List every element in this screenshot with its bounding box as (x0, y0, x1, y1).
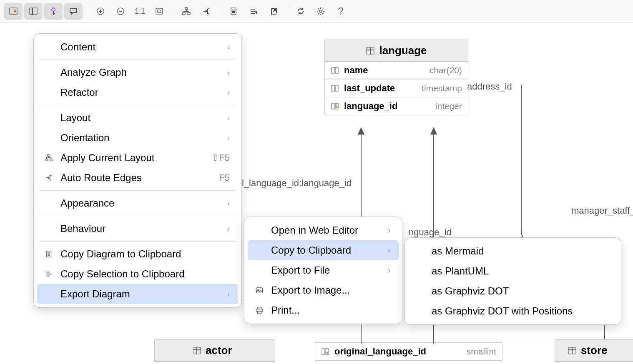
menu-export-file[interactable]: Export to File› (248, 260, 399, 280)
svg-rect-14 (158, 10, 161, 12)
menu-refactor[interactable]: Refactor› (37, 82, 238, 102)
layout-icon (43, 154, 55, 162)
table-partial[interactable]: original_language_id smallint (315, 342, 502, 361)
menu-orientation[interactable]: Orientation› (37, 128, 238, 148)
menu-export-diagram[interactable]: Export Diagram› (37, 284, 238, 304)
menu-as-graphviz[interactable]: as Graphviz DOT (408, 281, 618, 301)
image-icon (254, 286, 265, 294)
chevron-right-icon: › (227, 88, 230, 97)
svg-rect-33 (332, 67, 334, 73)
refresh-icon[interactable] (291, 3, 310, 20)
help-icon[interactable]: ? (332, 3, 350, 20)
svg-rect-56 (50, 159, 52, 161)
column-icon (331, 66, 340, 75)
svg-rect-13 (156, 8, 163, 14)
svg-rect-55 (45, 159, 48, 161)
chevron-right-icon: › (227, 134, 230, 142)
fit-content-icon[interactable] (150, 3, 168, 20)
split-panel-icon[interactable] (24, 3, 43, 20)
edge-label: manager_staff_ (571, 205, 633, 216)
menu-content[interactable]: Content› (37, 37, 238, 57)
menu-copy-diagram[interactable]: Copy Diagram to Clipboard (37, 244, 238, 264)
layout-icon[interactable] (177, 3, 196, 20)
svg-marker-53 (430, 127, 437, 135)
chevron-right-icon: › (227, 114, 230, 122)
separator (40, 241, 236, 242)
zoom-out-icon[interactable] (111, 3, 130, 20)
menu-print[interactable]: Print... (248, 300, 399, 320)
svg-rect-17 (188, 12, 190, 15)
chevron-right-icon: › (227, 290, 230, 299)
svg-rect-60 (257, 307, 261, 309)
svg-rect-15 (185, 7, 188, 10)
svg-rect-35 (332, 85, 334, 91)
chevron-right-icon: › (227, 199, 230, 208)
menu-layout[interactable]: Layout› (37, 108, 238, 128)
table-header: actor (155, 340, 275, 362)
table-column[interactable]: language_id integer (325, 97, 468, 115)
diagram-canvas[interactable]: language name char(20) last_update times… (0, 23, 633, 364)
open-external-icon[interactable] (264, 3, 283, 20)
svg-point-29 (319, 10, 322, 12)
chevron-right-icon: › (227, 224, 230, 233)
copy-icon (43, 250, 55, 258)
menu-export-image[interactable]: Export to Image... (248, 280, 399, 300)
zoom-in-icon[interactable] (91, 3, 110, 20)
menu-as-plantuml[interactable]: as PlantUML (408, 261, 618, 281)
key-panel-icon[interactable] (4, 3, 23, 20)
clipboard-format-submenu: as Mermaid as PlantUML as Graphviz DOT a… (404, 237, 621, 325)
svg-rect-37 (332, 103, 334, 109)
copy-icon[interactable] (224, 3, 243, 20)
table-icon (366, 46, 375, 55)
menu-behaviour[interactable]: Behaviour› (37, 219, 238, 239)
menu-open-web-editor[interactable]: Open in Web Editor› (248, 220, 399, 240)
print-icon (254, 306, 265, 314)
svg-rect-62 (257, 311, 261, 313)
edge-label: l_language_id:language_id (242, 178, 352, 189)
menu-apply-layout[interactable]: Apply Current Layout⇧F5 (37, 148, 238, 168)
menu-analyze-graph[interactable]: Analyze Graph› (37, 62, 238, 82)
context-menu: Content› Analyze Graph› Refactor› Layout… (33, 33, 242, 308)
separator (220, 5, 220, 17)
zoom-level[interactable]: 1:1 (131, 7, 148, 16)
menu-auto-route[interactable]: Auto Route EdgesF5 (37, 168, 238, 188)
menu-as-mermaid[interactable]: as Mermaid (408, 241, 618, 261)
svg-rect-41 (322, 349, 325, 354)
menu-as-graphviz-pos[interactable]: as Graphviz DOT with Positions (408, 301, 618, 321)
chevron-right-icon: › (388, 226, 390, 235)
table-icon (192, 346, 201, 355)
route-edges-icon (43, 174, 55, 182)
settings-icon[interactable] (311, 3, 330, 20)
svg-rect-16 (183, 12, 185, 15)
svg-rect-54 (48, 155, 50, 157)
svg-point-5 (52, 8, 55, 11)
svg-point-1 (14, 10, 16, 12)
copy-selection-icon[interactable] (244, 3, 263, 20)
menu-copy-selection[interactable]: Copy Selection to Clipboard (37, 264, 238, 284)
edge-label: address_id (467, 81, 512, 92)
comment-icon[interactable] (64, 3, 83, 20)
separator (173, 5, 173, 17)
table-store[interactable]: store (555, 339, 633, 362)
table-column[interactable]: name char(20) (325, 62, 468, 80)
svg-rect-3 (30, 8, 37, 15)
copy-selection-icon (43, 270, 55, 278)
column-icon (331, 84, 340, 92)
svg-point-39 (336, 107, 338, 108)
svg-rect-36 (335, 85, 338, 91)
menu-copy-clipboard[interactable]: Copy to Clipboard› (248, 240, 399, 260)
table-column[interactable]: original_language_id smallint (315, 343, 502, 360)
key-column-icon (321, 347, 330, 356)
chevron-right-icon: › (388, 246, 390, 255)
route-edges-icon[interactable] (197, 3, 216, 20)
table-icon (568, 346, 577, 355)
key-column-icon (331, 102, 340, 110)
chevron-right-icon: › (227, 68, 230, 77)
menu-appearance[interactable]: Appearance› (37, 193, 238, 213)
table-language[interactable]: language name char(20) last_update times… (324, 40, 468, 115)
export-submenu: Open in Web Editor› Copy to Clipboard› E… (244, 217, 402, 324)
separator (40, 216, 236, 216)
table-actor[interactable]: actor (154, 339, 275, 362)
table-column[interactable]: last_update timestamp (325, 80, 468, 97)
key-icon[interactable] (44, 3, 63, 20)
